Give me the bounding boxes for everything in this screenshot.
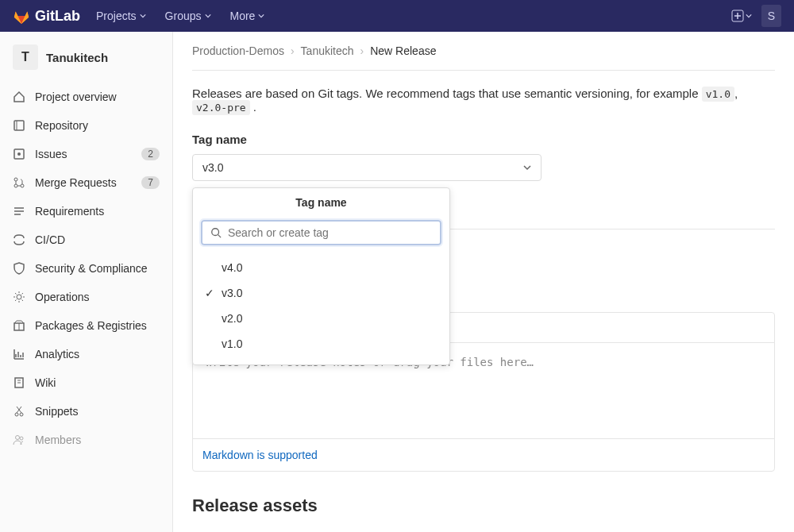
sidebar-item-project-overview[interactable]: Project overview [0,83,172,111]
sidebar-item-label: Packages & Registries [35,319,160,332]
breadcrumb-separator: › [291,44,295,57]
svg-point-4 [14,178,17,181]
tag-search-input[interactable] [228,226,432,239]
tag-option[interactable]: v1.0 [193,331,449,357]
sidebar-item-label: Merge Requests [35,176,132,189]
project-name: Tanukitech [46,51,108,64]
chevron-down-icon [746,13,752,19]
nav-more[interactable]: More [230,10,265,22]
top-right-actions: S [731,5,781,27]
cicd-icon [13,233,25,246]
tag-name-label: Tag name [192,133,775,146]
main-content: Production-Demos › Tanukitech › New Rele… [173,32,794,532]
svg-point-10 [15,413,18,416]
sidebar-item-label: Wiki [35,376,160,389]
sidebar-item-label: Analytics [35,348,160,360]
snippets-icon [13,405,25,418]
sidebar-item-label: Snippets [35,405,160,418]
svg-point-11 [20,413,23,416]
sidebar-item-label: Security & Compliance [35,262,160,275]
svg-point-5 [14,184,17,187]
sidebar-item-label: Repository [35,119,160,132]
sidebar-item-requirements[interactable]: Requirements [0,197,172,226]
sidebar-item-label: Project overview [35,91,160,103]
svg-point-14 [212,229,219,236]
svg-rect-1 [14,121,24,130]
sidebar-item-members[interactable]: Members [0,426,172,454]
gitlab-logo[interactable]: GitLab [13,7,80,25]
sidebar: T Tanukitech Project overviewRepositoryI… [0,32,173,532]
sidebar-item-label: Members [35,434,160,446]
breadcrumb-current: New Release [370,44,436,57]
tag-option[interactable]: ✓v3.0 [193,280,449,306]
plus-square-icon [731,10,744,22]
dropdown-search-wrapper [201,220,441,245]
sidebar-item-label: Operations [35,291,160,303]
code-example: v2.0-pre [192,100,250,115]
tag-name-dropdown[interactable]: v3.0 [192,154,542,181]
chevron-down-icon [523,164,531,172]
breadcrumb-separator: › [360,44,364,57]
project-header[interactable]: T Tanukitech [0,38,172,76]
req-icon [13,205,25,218]
dropdown-title: Tag name [193,188,449,217]
tanuki-icon [13,7,30,25]
sidebar-badge: 2 [141,148,160,160]
shield-icon [13,262,25,275]
markdown-supported-link[interactable]: Markdown is supported [202,449,318,461]
search-icon [210,227,222,238]
sidebar-item-security-compliance[interactable]: Security & Compliance [0,254,172,283]
release-assets-heading: Release assets [192,495,775,516]
nav-projects[interactable]: Projects [96,10,146,22]
tag-option-label: v2.0 [222,312,242,325]
sidebar-item-label: CI/CD [35,233,160,246]
sidebar-item-merge-requests[interactable]: Merge Requests7 [0,168,172,197]
code-example: v1.0 [702,87,734,102]
svg-point-3 [17,152,21,156]
chevron-down-icon [140,13,146,19]
top-nav: Projects Groups More [96,10,731,22]
sidebar-item-operations[interactable]: Operations [0,283,172,311]
brand-text: GitLab [35,8,80,25]
breadcrumb: Production-Demos › Tanukitech › New Rele… [192,44,775,71]
breadcrumb-link[interactable]: Production-Demos [192,44,284,57]
tag-options-list: v4.0✓v3.0v2.0v1.0 [193,252,449,364]
tag-option-label: v4.0 [222,261,242,274]
chevron-down-icon [205,13,211,19]
sidebar-item-analytics[interactable]: Analytics [0,340,172,368]
nav-groups[interactable]: Groups [165,10,211,22]
svg-point-13 [20,437,23,440]
members-icon [13,434,25,446]
svg-point-6 [21,184,24,187]
ops-icon [13,291,25,303]
sidebar-item-repository[interactable]: Repository [0,111,172,140]
breadcrumb-link[interactable]: Tanukitech [301,44,354,57]
chevron-down-icon [258,13,264,19]
wiki-icon [13,376,25,389]
top-navbar: GitLab Projects Groups More S [0,0,794,32]
search-button[interactable]: S [761,5,781,27]
sidebar-item-snippets[interactable]: Snippets [0,397,172,426]
sidebar-item-label: Issues [35,148,132,160]
sidebar-item-issues[interactable]: Issues2 [0,140,172,168]
tag-option-label: v3.0 [222,287,242,299]
tag-dropdown-panel: Tag name v4.0✓v3.0v2.0v1.0 [192,187,450,365]
home-icon [13,91,25,103]
sidebar-item-label: Requirements [35,205,160,218]
check-icon: ✓ [204,287,215,299]
issues-icon [13,148,25,160]
project-avatar: T [13,44,38,70]
sidebar-item-ci-cd[interactable]: CI/CD [0,226,172,254]
tag-option[interactable]: v2.0 [193,306,449,331]
svg-point-12 [16,436,20,440]
new-dropdown-button[interactable] [731,10,752,22]
sidebar-item-packages-registries[interactable]: Packages & Registries [0,311,172,340]
package-icon [13,319,25,332]
analytics-icon [13,348,25,360]
tag-name-selected: v3.0 [202,161,223,174]
intro-text: Releases are based on Git tags. We recom… [192,87,775,114]
repo-icon [13,119,25,132]
sidebar-item-wiki[interactable]: Wiki [0,368,172,397]
tag-option-label: v1.0 [222,337,242,350]
tag-option[interactable]: v4.0 [193,255,449,280]
